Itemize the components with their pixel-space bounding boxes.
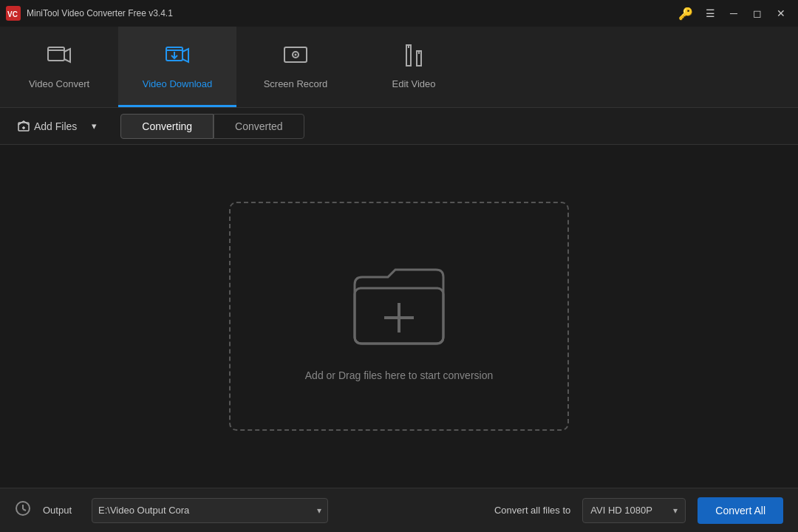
svg-point-9 <box>295 54 297 56</box>
app-logo: VC <box>6 6 21 21</box>
tab-video-download-label: Video Download <box>143 78 212 89</box>
tab-video-download[interactable]: Video Download <box>118 27 236 107</box>
nav-bar: Video Convert Video Download Screen Reco… <box>0 27 798 108</box>
key-icon[interactable]: 🔑 <box>678 7 693 21</box>
output-path-container[interactable]: ▾ <box>92 498 328 523</box>
svg-line-22 <box>23 509 26 511</box>
tab-edit-video[interactable]: Edit Video <box>355 27 473 107</box>
converted-tab[interactable]: Converted <box>214 114 304 139</box>
tab-screen-record[interactable]: Screen Record <box>236 27 355 107</box>
tab-edit-video-label: Edit Video <box>392 78 435 89</box>
format-dropdown-icon: ▾ <box>673 505 678 516</box>
menu-button[interactable]: ☰ <box>699 6 721 21</box>
drop-zone-text: Add or Drag files here to start conversi… <box>305 369 493 381</box>
edit-video-icon <box>400 42 427 72</box>
format-selector[interactable]: AVI HD 1080P ▾ <box>582 498 686 523</box>
close-button[interactable]: ✕ <box>770 6 792 21</box>
add-files-button[interactable]: Add Files <box>12 116 83 137</box>
tab-screen-record-label: Screen Record <box>264 78 328 89</box>
svg-rect-2 <box>48 47 64 61</box>
output-path-dropdown-button[interactable]: ▾ <box>317 505 321 516</box>
restore-button[interactable]: ◻ <box>746 6 768 21</box>
add-files-dropdown-button[interactable]: ▾ <box>89 117 100 134</box>
convert-all-label: Convert all files to <box>494 505 570 516</box>
tab-video-convert[interactable]: Video Convert <box>0 27 118 107</box>
tab-video-convert-label: Video Convert <box>29 78 89 89</box>
sub-tab-switcher: Converting Converted <box>120 114 304 139</box>
minimize-button[interactable]: ─ <box>723 6 745 21</box>
main-content: Add or Drag files here to start conversi… <box>0 145 798 488</box>
drop-zone[interactable]: Add or Drag files here to start conversi… <box>229 202 569 431</box>
screen-record-icon <box>282 42 309 72</box>
add-files-label: Add Files <box>34 120 77 132</box>
clock-icon <box>15 500 31 520</box>
video-convert-icon <box>46 42 72 72</box>
converting-tab[interactable]: Converting <box>120 114 214 139</box>
toolbar: Add Files ▾ Converting Converted <box>0 108 798 145</box>
window-controls: ☰ ─ ◻ ✕ <box>699 6 792 21</box>
convert-all-button[interactable]: Convert All <box>698 497 783 524</box>
output-path-input[interactable] <box>98 505 317 516</box>
title-bar: VC MiniTool Video Converter Free v3.4.1 … <box>0 0 798 27</box>
output-label: Output <box>43 505 80 516</box>
svg-text:VC: VC <box>7 10 18 18</box>
app-title: MiniTool Video Converter Free v3.4.1 <box>27 8 672 18</box>
video-download-icon <box>164 42 191 72</box>
svg-rect-10 <box>406 45 411 66</box>
bottom-bar: Output ▾ Convert all files to AVI HD 108… <box>0 488 798 532</box>
folder-icon <box>340 251 458 355</box>
format-value: AVI HD 1080P <box>590 505 667 516</box>
